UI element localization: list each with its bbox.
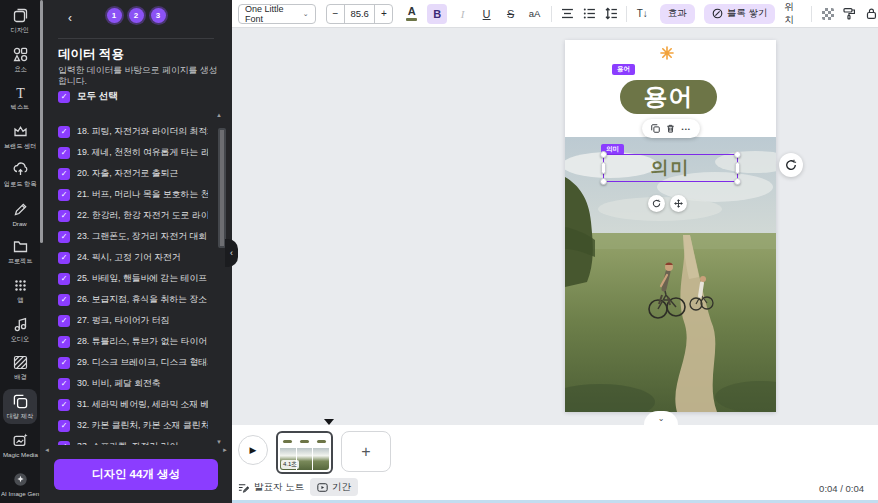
checkbox-checked-icon[interactable]: ✓ — [58, 441, 70, 445]
duplicate-icon[interactable] — [651, 124, 660, 133]
list-item[interactable]: ✓21. 버프, 머리나 목을 보호하는 천 — [58, 189, 208, 201]
list-item[interactable]: ✓20. 자출, 자전거로 출퇴근 — [58, 168, 208, 180]
sidebar-item-background[interactable]: 배경 — [0, 349, 40, 388]
list-item[interactable]: ✓24. 픽시, 고정 기어 자전거 — [58, 252, 208, 264]
list-item[interactable]: ✓31. 세라믹 베어링, 세라믹 소재 베어... — [58, 399, 208, 411]
list-item[interactable]: ✓29. 디스크 브레이크, 디스크 형태의 ... — [58, 357, 208, 369]
scroll-down-icon[interactable]: ▼ — [216, 439, 222, 445]
sidebar-item-draw[interactable]: Draw — [0, 195, 40, 234]
checkbox-checked-icon[interactable]: ✓ — [58, 91, 70, 103]
panel-scrollbar[interactable] — [40, 0, 43, 243]
effects-button[interactable]: 효과 — [660, 4, 695, 24]
rotate-element-button[interactable] — [648, 195, 665, 212]
term-text-element[interactable]: 용어 — [620, 80, 717, 114]
scroll-left-icon[interactable]: ◄ — [44, 447, 50, 453]
text-align-icon[interactable] — [561, 7, 574, 20]
selected-text-box[interactable]: 의미 — [603, 154, 738, 182]
italic-button[interactable]: I — [454, 4, 471, 24]
scroll-right-icon[interactable]: ► — [222, 447, 228, 453]
sidebar-item-audio[interactable]: 오디오 — [0, 310, 40, 349]
resize-handle-e[interactable] — [735, 162, 740, 174]
list-item[interactable]: ✓33. 스프라켓, 자전거 기어 — [58, 441, 208, 445]
list-item[interactable]: ✓22. 한강러, 한강 자전거 도로 라이더 — [58, 210, 208, 222]
bullet-list-icon[interactable] — [583, 7, 596, 20]
presenter-notes-button[interactable]: 발표자 노트 — [238, 481, 304, 494]
sidebar-item-bulk-create[interactable]: 대량 제작 — [0, 387, 40, 426]
checkbox-checked-icon[interactable]: ✓ — [58, 294, 70, 306]
font-family-select[interactable]: One Little Font ⌄ — [238, 4, 316, 24]
page-thumbnail[interactable]: 4.1초 — [276, 431, 333, 474]
generate-designs-button[interactable]: 디자인 44개 생성 — [54, 459, 218, 490]
font-size-increase-button[interactable]: + — [375, 5, 393, 23]
sidebar-item-uploads[interactable]: 업로드 항목 — [0, 156, 40, 195]
transparency-icon[interactable] — [822, 8, 834, 20]
font-size-value[interactable]: 85.6 — [344, 5, 375, 23]
sun-icon[interactable] — [660, 46, 674, 60]
add-page-button[interactable]: + — [341, 431, 391, 472]
animate-button[interactable]: 블록 쌓기 — [704, 4, 776, 24]
checkbox-checked-icon[interactable]: ✓ — [58, 378, 70, 390]
scrollbar-thumb[interactable] — [218, 128, 226, 248]
play-button[interactable]: ▶ — [238, 435, 268, 465]
checkbox-checked-icon[interactable]: ✓ — [58, 168, 70, 180]
step-1[interactable]: 1 — [107, 8, 122, 23]
list-item[interactable]: ✓30. 비비, 페달 회전축 — [58, 378, 208, 390]
position-button[interactable]: 위치 — [784, 1, 803, 27]
sidebar-item-brand-center[interactable]: 브랜드 센터 — [0, 118, 40, 157]
resize-handle-nw[interactable] — [600, 151, 607, 158]
step-2[interactable]: 2 — [129, 8, 144, 23]
checkbox-checked-icon[interactable]: ✓ — [58, 189, 70, 201]
step-3[interactable]: 3 — [151, 8, 166, 23]
sidebar-item-ai-image-gen[interactable]: AI Image Gen — [0, 464, 40, 503]
list-item[interactable]: ✓19. 제네, 천천히 여유롭게 타는 라이... — [58, 147, 208, 159]
lock-icon[interactable] — [865, 7, 878, 20]
text-case-button[interactable]: aA — [526, 4, 543, 24]
font-size-decrease-button[interactable]: − — [327, 5, 345, 23]
canvas-workspace[interactable] — [232, 28, 878, 425]
list-item[interactable]: ✓32. 카본 클린처, 카본 소재 클린처 ... — [58, 420, 208, 432]
checkbox-checked-icon[interactable]: ✓ — [58, 231, 70, 243]
list-item[interactable]: ✓28. 튜블리스, 튜브가 없는 타이어 시... — [58, 336, 208, 348]
checkbox-checked-icon[interactable]: ✓ — [58, 336, 70, 348]
duration-button[interactable]: 기간 — [310, 478, 358, 496]
checkbox-checked-icon[interactable]: ✓ — [58, 273, 70, 285]
list-item[interactable]: ✓26. 보급지점, 휴식을 취하는 장소 — [58, 294, 208, 306]
scroll-up-icon[interactable]: ▲ — [216, 112, 222, 118]
strikethrough-button[interactable]: S — [502, 4, 519, 24]
resize-handle-sw[interactable] — [600, 178, 607, 185]
resize-handle-ne[interactable] — [734, 151, 741, 158]
sidebar-item-design[interactable]: 디자인 — [0, 2, 40, 41]
text-color-button[interactable]: A — [403, 4, 420, 24]
sidebar-item-elements[interactable]: 요소 — [0, 41, 40, 80]
sidebar-item-projects[interactable]: 프로젝트 — [0, 233, 40, 272]
select-all-row[interactable]: ✓ 모두 선택 — [58, 90, 118, 103]
checkbox-checked-icon[interactable]: ✓ — [58, 147, 70, 159]
resize-handle-se[interactable] — [734, 178, 741, 185]
resize-handle-w[interactable] — [601, 162, 606, 174]
design-page[interactable]: 용어 용어 ••• — [565, 40, 776, 412]
checkbox-checked-icon[interactable]: ✓ — [58, 210, 70, 222]
sidebar-item-apps[interactable]: 앱 — [0, 272, 40, 311]
list-vertical-scrollbar[interactable]: ▲ ▼ — [217, 118, 222, 441]
list-item[interactable]: ✓18. 피팅, 자전거와 라이더의 최적화 ... — [58, 126, 208, 138]
panel-collapse-button[interactable]: ‹ — [225, 239, 238, 267]
delete-icon[interactable] — [666, 124, 675, 133]
underline-button[interactable]: U — [478, 4, 495, 24]
field-tag-term[interactable]: 용어 — [612, 64, 635, 75]
meaning-text[interactable]: 의미 — [604, 155, 737, 181]
checkbox-checked-icon[interactable]: ✓ — [58, 420, 70, 432]
checkbox-checked-icon[interactable]: ✓ — [58, 252, 70, 264]
more-options-icon[interactable]: ••• — [682, 126, 691, 132]
sidebar-item-text[interactable]: T 텍스트 — [0, 79, 40, 118]
list-item[interactable]: ✓23. 그랜폰도, 장거리 자전거 대회 — [58, 231, 208, 243]
vertical-text-button[interactable]: T↓ — [634, 4, 651, 24]
copy-style-icon[interactable] — [843, 7, 856, 20]
checkbox-checked-icon[interactable]: ✓ — [58, 315, 70, 327]
checkbox-checked-icon[interactable]: ✓ — [58, 126, 70, 138]
regenerate-button[interactable] — [779, 153, 803, 177]
list-horizontal-scrollbar[interactable]: ◄ ► — [44, 447, 228, 454]
bold-button[interactable]: B — [427, 4, 447, 24]
sidebar-item-magic-media[interactable]: Magic Media — [0, 426, 40, 465]
checkbox-checked-icon[interactable]: ✓ — [58, 357, 70, 369]
move-element-button[interactable] — [670, 195, 687, 212]
